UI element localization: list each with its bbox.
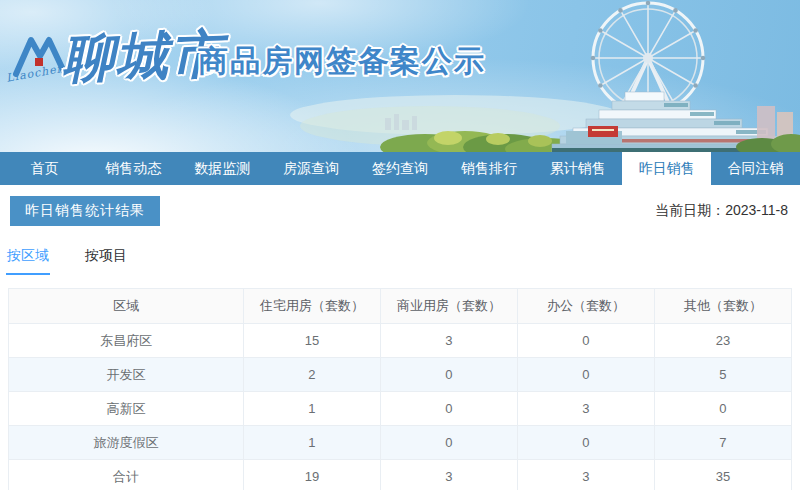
value-cell: 3 [517, 392, 654, 426]
column-header: 办公（套数） [517, 289, 654, 324]
current-date: 当前日期：2023-11-8 [655, 202, 788, 220]
table-row: 开发区2005 [9, 358, 792, 392]
nav-item-3[interactable]: 房源查询 [267, 152, 356, 185]
table-row: 合计193335 [9, 460, 792, 490]
region-cell: 高新区 [9, 392, 244, 426]
value-cell: 3 [380, 460, 517, 490]
main-content: 昨日销售统计结果 当前日期：2023-11-8 按区域按项目 区域住宅用房（套数… [0, 196, 800, 490]
nav-item-7[interactable]: 昨日销售 [622, 152, 711, 185]
section-title-badge: 昨日销售统计结果 [10, 196, 160, 226]
main-nav: 首页销售动态数据监测房源查询签约查询销售排行累计销售昨日销售合同注销 [0, 152, 800, 185]
current-date-value: 2023-11-8 [725, 202, 788, 218]
view-tabs: 按区域按项目 [6, 242, 800, 275]
nav-item-6[interactable]: 累计销售 [533, 152, 622, 185]
nav-item-0[interactable]: 首页 [0, 152, 89, 185]
value-cell: 19 [243, 460, 380, 490]
column-header: 其他（套数） [654, 289, 791, 324]
site-title: 商品房网签备案公示 [198, 41, 486, 82]
stats-table: 区域住宅用房（套数）商业用房（套数）办公（套数）其他（套数） 东昌府区15302… [8, 288, 792, 490]
table-row: 高新区1030 [9, 392, 792, 426]
value-cell: 0 [654, 392, 791, 426]
column-header: 商业用房（套数） [380, 289, 517, 324]
value-cell: 5 [654, 358, 791, 392]
value-cell: 0 [517, 324, 654, 358]
nav-item-5[interactable]: 销售排行 [444, 152, 533, 185]
nav-item-4[interactable]: 签约查询 [356, 152, 445, 185]
tab-1[interactable]: 按项目 [84, 242, 128, 275]
value-cell: 1 [243, 426, 380, 460]
region-cell: 东昌府区 [9, 324, 244, 358]
value-cell: 1 [243, 392, 380, 426]
table-row: 东昌府区153023 [9, 324, 792, 358]
value-cell: 7 [654, 426, 791, 460]
site-header: Liaocheng 聊城市 商品房网签备案公示 [0, 0, 800, 152]
region-cell: 开发区 [9, 358, 244, 392]
value-cell: 2 [243, 358, 380, 392]
value-cell: 0 [380, 426, 517, 460]
nav-item-8[interactable]: 合同注销 [711, 152, 800, 185]
value-cell: 0 [517, 358, 654, 392]
region-cell: 旅游度假区 [9, 426, 244, 460]
region-cell: 合计 [9, 460, 244, 490]
value-cell: 0 [517, 426, 654, 460]
tab-0[interactable]: 按区域 [6, 242, 50, 275]
table-row: 旅游度假区1007 [9, 426, 792, 460]
column-header: 住宅用房（套数） [243, 289, 380, 324]
nav-item-1[interactable]: 销售动态 [89, 152, 178, 185]
value-cell: 0 [380, 392, 517, 426]
value-cell: 3 [380, 324, 517, 358]
value-cell: 3 [517, 460, 654, 490]
nav-item-2[interactable]: 数据监测 [178, 152, 267, 185]
column-header: 区域 [9, 289, 244, 324]
value-cell: 15 [243, 324, 380, 358]
table-header-row: 区域住宅用房（套数）商业用房（套数）办公（套数）其他（套数） [9, 289, 792, 324]
value-cell: 0 [380, 358, 517, 392]
current-date-label: 当前日期： [655, 202, 725, 218]
table-body: 东昌府区153023开发区2005高新区1030旅游度假区1007合计19333… [9, 324, 792, 490]
value-cell: 23 [654, 324, 791, 358]
value-cell: 35 [654, 460, 791, 490]
title-row: 昨日销售统计结果 当前日期：2023-11-8 [10, 196, 788, 226]
